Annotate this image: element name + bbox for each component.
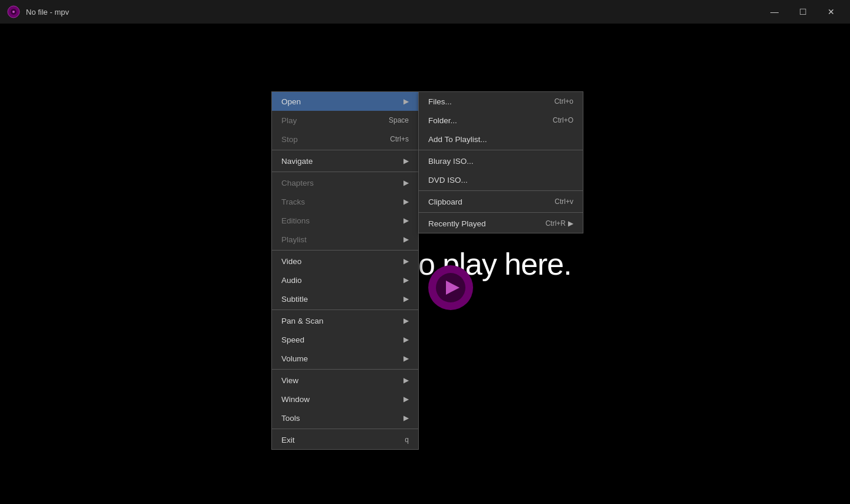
menu-item-playlist-arrow: ▶ (403, 235, 409, 243)
menu-item-open-arrow: ▶ (403, 97, 409, 106)
menu-overlay: Open ▶ Files... Ctrl+o Folder... Ctrl+O … (0, 24, 850, 504)
open-submenu: Files... Ctrl+o Folder... Ctrl+O Add To … (418, 91, 583, 233)
menu-item-subtitle-label: Subtitle (281, 295, 401, 304)
menu-item-audio[interactable]: Audio ▶ (272, 271, 418, 289)
menu-sep5 (272, 369, 418, 370)
submenu-sep2 (419, 190, 583, 191)
menu-item-speed-arrow: ▶ (403, 335, 409, 344)
menu-sep3 (272, 250, 418, 251)
close-button[interactable]: ✕ (819, 2, 843, 21)
submenu-clipboard-label: Clipboard (428, 197, 543, 206)
window-title: No file - mpv (26, 8, 763, 17)
menu-item-tracks-arrow: ▶ (403, 197, 409, 206)
menu-item-panscan-label: Pan & Scan (281, 317, 401, 325)
minimize-button[interactable]: — (763, 2, 786, 21)
title-bar: No file - mpv — ☐ ✕ (0, 0, 850, 24)
menu-item-video-arrow: ▶ (403, 257, 409, 265)
menu-item-stop[interactable]: Stop Ctrl+s (272, 130, 418, 149)
submenu-folder-label: Folder... (428, 116, 541, 125)
menu-item-subtitle-arrow: ▶ (403, 295, 409, 303)
menu-item-play-label: Play (281, 116, 377, 125)
menu-item-subtitle[interactable]: Subtitle ▶ (272, 289, 418, 308)
menu-item-tracks[interactable]: Tracks ▶ (272, 192, 418, 211)
menu-item-volume-label: Volume (281, 354, 401, 363)
submenu-sep3 (419, 212, 583, 213)
submenu-recently-played-label: Recently Played (428, 219, 534, 228)
maximize-button[interactable]: ☐ (791, 2, 815, 21)
menu-item-editions[interactable]: Editions ▶ (272, 211, 418, 230)
menu-item-open-label: Open (281, 97, 401, 106)
submenu-sep1 (419, 150, 583, 150)
menu-item-video[interactable]: Video ▶ (272, 252, 418, 271)
submenu-bluray-label: Bluray ISO... (428, 157, 562, 166)
app-logo (7, 5, 20, 18)
menu-item-view[interactable]: View ▶ (272, 371, 418, 390)
menu-item-chapters-arrow: ▶ (403, 179, 409, 187)
menu-item-tools[interactable]: Tools ▶ (272, 409, 418, 427)
menu-item-navigate[interactable]: Navigate ▶ (272, 151, 418, 170)
menu-item-playlist[interactable]: Playlist ▶ (272, 230, 418, 249)
submenu-files-shortcut: Ctrl+o (554, 97, 573, 106)
menu-item-exit[interactable]: Exit q (272, 430, 418, 449)
menu-item-window-label: Window (281, 395, 401, 404)
menu-item-navigate-label: Navigate (281, 157, 401, 166)
menu-item-view-arrow: ▶ (403, 376, 409, 384)
menu-item-stop-shortcut: Ctrl+s (390, 135, 409, 143)
menu-item-tools-label: Tools (281, 414, 401, 423)
submenu-recently-played-arrow: ▶ (568, 219, 573, 228)
menu-item-video-label: Video (281, 257, 401, 266)
menu-item-navigate-arrow: ▶ (403, 157, 409, 165)
submenu-clipboard[interactable]: Clipboard Ctrl+v (419, 192, 583, 211)
submenu-add-to-playlist-label: Add To Playlist... (428, 135, 562, 144)
menu-item-tools-arrow: ▶ (403, 414, 409, 422)
menu-item-exit-label: Exit (281, 436, 393, 444)
window-controls: — ☐ ✕ (763, 2, 843, 21)
menu-item-chapters[interactable]: Chapters ▶ (272, 173, 418, 192)
main-area: Drop files to play here. Open ▶ Files...… (0, 24, 850, 504)
menu-item-volume-arrow: ▶ (403, 354, 409, 363)
menu-item-speed[interactable]: Speed ▶ (272, 330, 418, 349)
menu-item-speed-label: Speed (281, 335, 401, 344)
menu-item-play[interactable]: Play Space (272, 111, 418, 130)
menu-item-audio-arrow: ▶ (403, 276, 409, 284)
menu-item-volume[interactable]: Volume ▶ (272, 349, 418, 368)
menu-item-play-shortcut: Space (389, 116, 409, 124)
submenu-files-label: Files... (428, 97, 543, 106)
submenu-recently-played-shortcut: Ctrl+R (546, 219, 566, 228)
submenu-bluray[interactable]: Bluray ISO... (419, 151, 583, 170)
submenu-files[interactable]: Files... Ctrl+o (419, 92, 583, 111)
menu-item-window-arrow: ▶ (403, 395, 409, 403)
menu-item-stop-label: Stop (281, 135, 378, 144)
menu-sep4 (272, 309, 418, 310)
submenu-add-to-playlist[interactable]: Add To Playlist... (419, 130, 583, 149)
submenu-folder-shortcut: Ctrl+O (553, 116, 573, 124)
menu-item-playlist-label: Playlist (281, 235, 401, 244)
context-menu: Open ▶ Files... Ctrl+o Folder... Ctrl+O … (271, 91, 419, 450)
submenu-dvd-label: DVD ISO... (428, 176, 562, 185)
menu-item-tracks-label: Tracks (281, 197, 401, 206)
submenu-recently-played[interactable]: Recently Played Ctrl+R ▶ (419, 214, 583, 233)
svg-point-2 (12, 11, 15, 13)
menu-sep6 (272, 429, 418, 429)
submenu-clipboard-shortcut: Ctrl+v (554, 197, 573, 206)
menu-item-exit-shortcut: q (405, 436, 409, 444)
menu-item-editions-arrow: ▶ (403, 216, 409, 225)
menu-item-window[interactable]: Window ▶ (272, 390, 418, 409)
menu-item-editions-label: Editions (281, 216, 401, 225)
menu-item-panscan-arrow: ▶ (403, 317, 409, 325)
menu-item-panscan[interactable]: Pan & Scan ▶ (272, 311, 418, 330)
submenu-dvd[interactable]: DVD ISO... (419, 170, 583, 189)
menu-sep2 (272, 172, 418, 172)
submenu-folder[interactable]: Folder... Ctrl+O (419, 111, 583, 130)
menu-sep1 (272, 150, 418, 150)
menu-item-chapters-label: Chapters (281, 179, 401, 187)
menu-item-view-label: View (281, 376, 401, 385)
menu-item-audio-label: Audio (281, 276, 401, 285)
menu-item-open[interactable]: Open ▶ Files... Ctrl+o Folder... Ctrl+O … (272, 92, 418, 111)
